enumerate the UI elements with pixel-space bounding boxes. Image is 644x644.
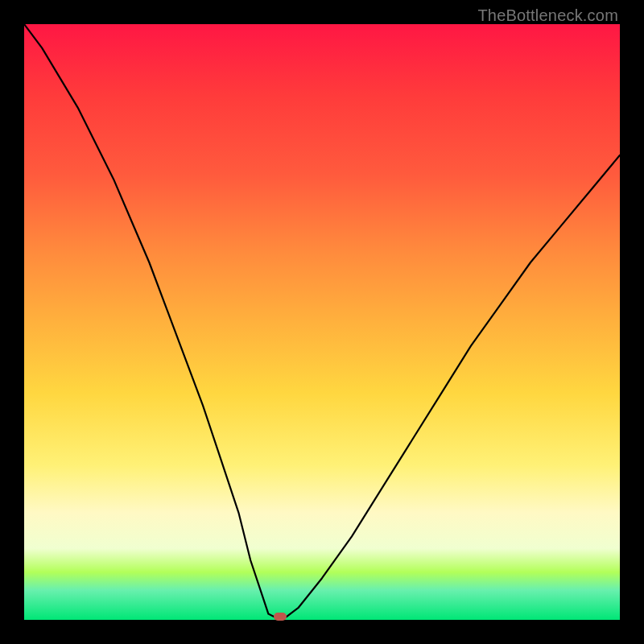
plot-area	[24, 24, 620, 620]
watermark-text: TheBottleneck.com	[477, 6, 618, 25]
optimal-point-marker	[274, 613, 287, 621]
bottleneck-curve	[24, 24, 620, 620]
